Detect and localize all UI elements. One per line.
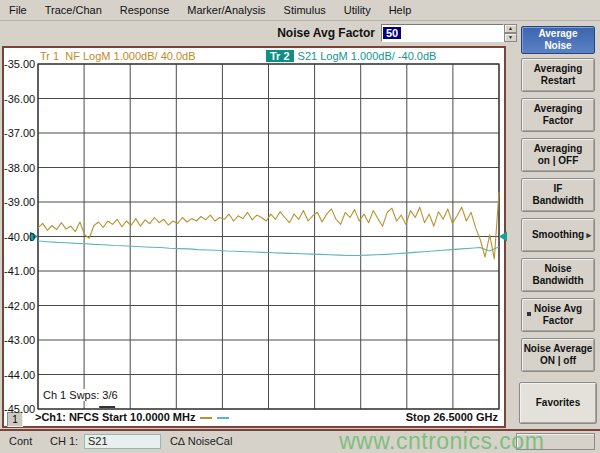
trace1-header[interactable]: Tr 1 NF LogM 1.000dB/ 40.0dB: [40, 50, 196, 62]
noise-avg-factor-label: Noise Avg Factor: [240, 26, 375, 40]
y-tick-label: -36.00: [4, 93, 35, 105]
run-state: Cont: [9, 435, 32, 447]
stimulus-start-label: >Ch1: NFCS Start 10.0000 MHz: [35, 411, 229, 423]
menu-response[interactable]: Response: [111, 4, 179, 16]
softkey-label: Favorites: [520, 397, 596, 409]
softkey-averaging-factor[interactable]: AveragingFactor: [521, 98, 595, 132]
menu-marker-analysis[interactable]: Marker/Analysis: [178, 4, 274, 16]
softkey-label: Averaging: [522, 143, 594, 155]
status-channel: CH 1:: [50, 435, 78, 447]
trace2-format: S21 LogM 1.000dB/ -40.0dB: [298, 50, 437, 62]
sweep-status: Ch 1 Swps: 3/6: [40, 389, 121, 401]
softkey-noise-avg-factor[interactable]: Noise AvgFactor: [521, 298, 595, 332]
y-tick-label: -38.00: [4, 162, 35, 174]
trace1-legend-dash: [200, 417, 212, 419]
softkey-label: Averaging: [522, 103, 594, 115]
softkey-favorites[interactable]: Favorites: [519, 382, 597, 424]
trace2-active-badge: Tr 2: [266, 50, 294, 62]
softkey-label: Restart: [522, 75, 594, 87]
softkey-label: Averaging: [522, 63, 594, 75]
softkey-noise-bandwidth[interactable]: NoiseBandwidth: [521, 258, 595, 292]
softkey-label: ON | off: [522, 355, 594, 367]
softkey-label: Bandwidth: [522, 195, 594, 207]
menu-utility[interactable]: Utility: [335, 4, 380, 16]
softkey-label: Smoothing: [522, 229, 594, 241]
y-tick-label: -39.00: [4, 196, 35, 208]
softkey-label: Noise Avg: [522, 303, 594, 315]
noise-avg-factor-spinner: ▲ ▼: [504, 24, 517, 42]
active-dot-icon: [527, 312, 531, 316]
softkey-noise-average-on-off[interactable]: Noise AverageON | off: [521, 338, 595, 372]
softkey-smoothing[interactable]: Smoothing▸: [521, 218, 595, 252]
menu-bar: FileTrace/ChanResponseMarker/AnalysisSti…: [0, 0, 600, 21]
softkey-average-noise[interactable]: AverageNoise: [521, 26, 595, 54]
menu-stimulus[interactable]: Stimulus: [275, 4, 335, 16]
trace2-header[interactable]: Tr 2S21 LogM 1.000dB/ -40.0dB: [266, 50, 436, 62]
softkey-label: Noise: [522, 40, 594, 52]
y-tick-label: -35.00: [4, 58, 35, 70]
trace-plot: [30, 64, 507, 409]
y-tick-label: -43.00: [4, 334, 35, 346]
softkey-label: IF: [522, 183, 594, 195]
submenu-arrow-icon: ▸: [586, 229, 591, 241]
softkey-averaging-restart[interactable]: AveragingRestart: [521, 58, 595, 92]
menu-help[interactable]: Help: [380, 4, 421, 16]
y-tick-label: -44.00: [4, 369, 35, 381]
trace2-legend-dash: [217, 417, 229, 419]
softkey-averaging-on-off[interactable]: Averagingon | OFF: [521, 138, 595, 172]
softkey-label: Average: [522, 28, 594, 40]
y-tick-label: -42.00: [4, 300, 35, 312]
status-bar: Cont CH 1: S21 C∆ NoiseCal: [0, 429, 600, 452]
measurement-display: Tr 1 NF LogM 1.000dB/ 40.0dB Tr 2S21 Log…: [2, 46, 506, 428]
stimulus-stop-label: Stop 26.5000 GHz: [406, 411, 498, 423]
softkey-label: Noise Average: [522, 343, 594, 355]
y-tick-label: -40.00: [4, 231, 35, 243]
network-analyzer-window: FileTrace/ChanResponseMarker/AnalysisSti…: [0, 0, 600, 453]
trace1-format: NF LogM 1.000dB/ 40.0dB: [65, 50, 195, 62]
noise-avg-factor-input[interactable]: 50: [381, 24, 504, 42]
y-tick-label: -37.00: [4, 127, 35, 139]
spinner-down-icon[interactable]: ▼: [504, 33, 517, 42]
menu-trace-chan[interactable]: Trace/Chan: [36, 4, 111, 16]
status-measurement[interactable]: S21: [84, 434, 161, 449]
softkey-label: on | OFF: [522, 155, 594, 167]
y-tick-label: -45.00: [4, 403, 35, 415]
trace1-id: Tr 1: [40, 50, 59, 62]
status-right-segment: [516, 433, 595, 450]
spinner-up-icon[interactable]: ▲: [504, 24, 517, 33]
cal-status: C∆ NoiseCal: [170, 435, 232, 447]
start-text: >Ch1: NFCS Start 10.0000 MHz: [35, 411, 195, 423]
softkey-label: Bandwidth: [522, 275, 594, 287]
menu-file[interactable]: File: [0, 4, 36, 16]
softkey-label: Factor: [522, 115, 594, 127]
softkey-if-bandwidth[interactable]: IFBandwidth: [521, 178, 595, 212]
softkey-label: Factor: [522, 315, 594, 327]
noise-avg-factor-value: 50: [383, 27, 401, 39]
y-tick-label: -41.00: [4, 265, 35, 277]
softkey-label: Noise: [522, 263, 594, 275]
